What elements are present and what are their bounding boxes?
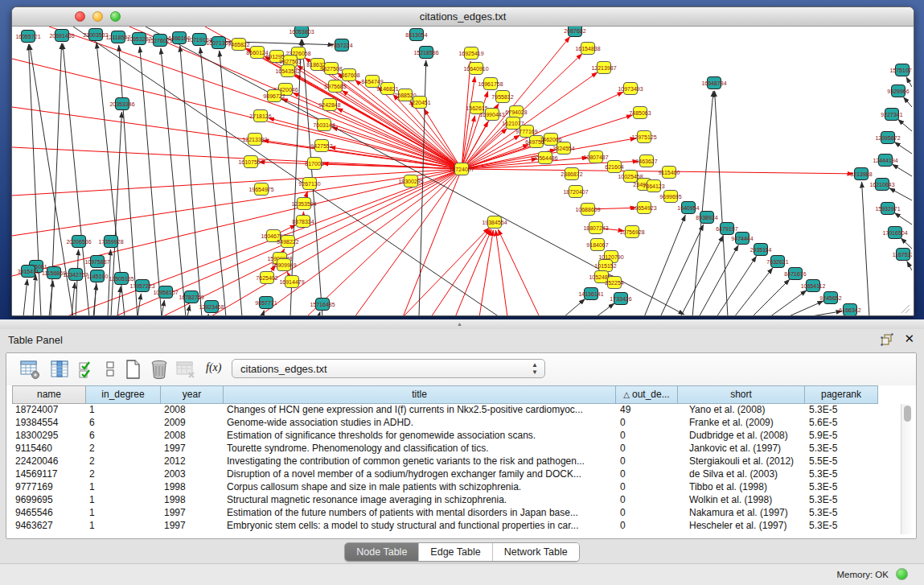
network-node[interactable]: 9699695 (659, 191, 681, 203)
table-row[interactable]: 977716911998Corpus callosum shape and si… (12, 481, 878, 494)
tab-node-table[interactable]: Node Table (345, 543, 418, 561)
window-titlebar[interactable]: citations_edges.txt (12, 7, 914, 27)
delete-icon[interactable] (149, 359, 170, 380)
table-row[interactable]: 969969511998Structural magnetic resonanc… (12, 494, 878, 507)
network-node[interactable]: 10807487 (583, 151, 608, 163)
network-node[interactable]: 12444194 (873, 154, 897, 167)
column-header-pagerank[interactable]: pagerank (805, 385, 878, 404)
memory-status-indicator[interactable] (896, 568, 908, 580)
network-node[interactable]: 12975125 (631, 131, 656, 143)
table-selector-dropdown[interactable]: citations_edges.txt ▲▼ (232, 359, 545, 378)
network-node[interactable]: 7632621 (766, 256, 788, 268)
network-node[interactable]: 9184067 (586, 239, 608, 251)
network-node[interactable]: 8938924 (696, 212, 717, 224)
network-node[interactable]: 2935114 (750, 244, 772, 256)
column-header-name[interactable]: name (12, 385, 86, 404)
table-row[interactable]: 911546021997Tourette syndrome. Phenomeno… (12, 443, 878, 455)
network-node[interactable]: 2386872 (561, 168, 582, 180)
network-node[interactable]: 9245652 (819, 292, 841, 304)
network-node[interactable]: 15751074 (889, 64, 912, 76)
network-node[interactable]: 9267130 (298, 178, 320, 190)
network-node[interactable]: 18807243 (583, 222, 608, 234)
network-node[interactable]: 16640910 (463, 63, 488, 75)
table-row[interactable]: 1456911722003Disruption of a novel membe… (12, 468, 878, 481)
network-node[interactable]: 1640954 (677, 202, 699, 214)
network-node[interactable]: 9115460 (659, 167, 680, 179)
network-node[interactable]: 7955812 (491, 91, 513, 103)
network-node[interactable]: 20206536 (66, 236, 91, 248)
network-node[interactable]: 19654975 (248, 183, 273, 196)
network-node[interactable]: 20691436 (49, 30, 74, 42)
delete-table-icon[interactable] (175, 359, 196, 380)
network-node[interactable]: 16925419 (458, 47, 483, 60)
network-node[interactable]: 5975685 (324, 80, 346, 93)
tab-network-table[interactable]: Network Table (492, 543, 579, 561)
column-header-short[interactable]: short (678, 385, 805, 404)
network-node[interactable]: 9463627 (635, 155, 657, 167)
column-header-in_degree[interactable]: in_degree (86, 385, 161, 404)
network-node[interactable]: 18720407 (563, 186, 588, 198)
network-node[interactable]: 8471676 (784, 268, 806, 280)
network-node[interactable]: 6166342 (839, 304, 860, 316)
network-node[interactable]: 7625402 (256, 272, 277, 284)
network-node[interactable]: 9227341 (881, 109, 902, 121)
table-row[interactable]: 1872400712008Changes of HCN gene express… (12, 404, 878, 417)
network-node[interactable]: 10958107 (153, 286, 178, 299)
network-node[interactable]: 621604 (605, 161, 623, 173)
network-node[interactable]: 17016504 (882, 227, 907, 239)
network-node[interactable]: 8813054 (405, 29, 427, 41)
close-icon[interactable]: ✕ (904, 332, 914, 346)
table-row[interactable]: 2242004622012Investigating the contribut… (12, 455, 878, 468)
network-node[interactable]: 7485063 (629, 107, 651, 119)
column-header-out_de[interactable]: △out_de... (616, 385, 678, 404)
show-columns-icon[interactable] (49, 359, 70, 380)
split-pane-divider[interactable]: ▲ (0, 319, 924, 329)
tab-edge-table[interactable]: Edge Table (418, 543, 491, 561)
resize-grip-icon[interactable] (899, 303, 910, 314)
network-node[interactable]: 16961758 (478, 78, 503, 90)
network-node[interactable]: 6479197 (716, 223, 737, 235)
network-node[interactable]: 2718126 (249, 110, 271, 122)
new-column-icon[interactable] (122, 359, 143, 380)
network-node[interactable]: 1145190 (87, 270, 109, 282)
network-node[interactable]: 14136141 (578, 288, 603, 300)
function-builder-icon[interactable]: f(x) (206, 361, 227, 382)
network-node[interactable]: 15932971 (875, 203, 900, 215)
network-node[interactable]: 16648784 (701, 77, 726, 89)
network-node[interactable]: 16107554 (238, 156, 263, 168)
network-node[interactable]: 17359928 (98, 236, 123, 248)
scrollbar-thumb[interactable] (904, 406, 911, 422)
divider-grip-icon[interactable]: ▲ (457, 322, 465, 327)
network-node[interactable]: 19654923 (631, 202, 656, 214)
network-node[interactable]: 8213988 (850, 168, 872, 180)
table-row[interactable]: 946554611997Estimation of the future num… (12, 507, 878, 520)
network-node[interactable]: 12213383 (242, 134, 267, 146)
table-row[interactable]: 1830029562008Estimation of significance … (12, 430, 878, 443)
network-node[interactable]: 12095872 (875, 132, 900, 144)
network-node[interactable]: 20353346 (109, 98, 134, 110)
network-node[interactable]: 7603144 (313, 119, 335, 131)
network-node[interactable]: 16154838 (575, 43, 600, 55)
network-canvas[interactable]: 1872400716055721206914362100353312118547… (12, 27, 912, 315)
column-header-title[interactable]: title (224, 385, 616, 404)
network-node[interactable]: 1733426 (610, 293, 631, 305)
table-settings-icon[interactable] (19, 359, 40, 380)
network-node[interactable]: 817003 (305, 158, 323, 170)
vertical-scrollbar[interactable] (901, 404, 914, 534)
network-node[interactable]: 16053803 (289, 27, 314, 38)
network-node[interactable]: 10975887 (84, 256, 109, 268)
table-row[interactable]: 1938455462009Genome-wide association stu… (12, 417, 878, 430)
network-node[interactable]: 7857224 (331, 39, 352, 51)
column-header-year[interactable]: year (161, 385, 224, 404)
network-node[interactable]: 1167532 (893, 249, 912, 261)
network-node[interactable]: 10756928 (619, 226, 644, 238)
network-node[interactable]: 18300295 (398, 175, 423, 187)
table-row[interactable]: 946362711997Embryonic stem cells: a mode… (12, 520, 878, 533)
network-node[interactable]: 12213987 (591, 62, 616, 74)
float-window-icon[interactable] (881, 333, 893, 346)
network-node[interactable]: 15218586 (413, 47, 438, 59)
network-node[interactable]: 21003533 (83, 29, 108, 41)
network-node[interactable]: 16210643 (869, 179, 894, 191)
network-node[interactable]: 15716485 (310, 299, 335, 311)
network-node[interactable]: 252254 (605, 277, 623, 289)
